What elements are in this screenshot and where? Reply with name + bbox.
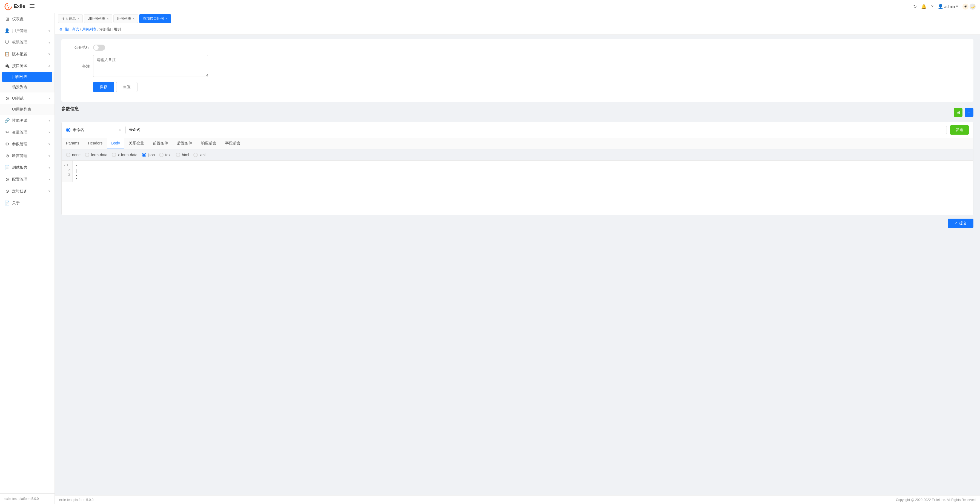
refresh-icon[interactable]: ↻ xyxy=(913,4,917,9)
sidebar-item-test-report[interactable]: 📄 测试报告 ∨ xyxy=(0,162,54,173)
public-exec-toggle[interactable] xyxy=(93,44,105,51)
topbar-right: ↻ 🔔 ? 👤 admin ∨ ☀ 🌙 xyxy=(913,3,975,10)
about-icon: 📄 xyxy=(5,200,10,206)
body-type-none[interactable]: none xyxy=(66,153,81,157)
tab-personal-info[interactable]: 个人信息 × xyxy=(58,14,83,23)
sidebar-item-dashboard[interactable]: ⊞ 仪表盘 xyxy=(0,13,54,25)
menu-toggle-button[interactable] xyxy=(29,3,36,10)
submit-button[interactable]: ✓ 提交 xyxy=(948,219,974,228)
radio-html-circle xyxy=(176,153,180,157)
sidebar-item-scheduled[interactable]: ⊙ 定时任务 ∨ xyxy=(0,185,54,197)
sidebar-label-api-test: 接口测试 xyxy=(12,63,46,68)
sidebar-item-perf-test[interactable]: 🔗 性能测试 ∨ xyxy=(0,115,54,127)
scheduled-arrow: ∨ xyxy=(48,190,50,193)
submit-label: 提交 xyxy=(959,221,967,226)
ui-case-list-label: UI用例列表 xyxy=(12,107,31,112)
save-button[interactable]: 保存 xyxy=(93,82,114,92)
theme-toggle: ☀ 🌙 xyxy=(963,3,975,10)
ui-test-submenu: UI用例列表 xyxy=(0,104,54,115)
sidebar-item-case-list[interactable]: 用例列表 xyxy=(2,72,52,82)
line-num-3: 3 xyxy=(64,173,70,177)
sidebar-label-version-config: 版本配置 xyxy=(12,52,46,57)
radio-json-label: json xyxy=(148,153,155,157)
tab-case-list-label: 用例列表 xyxy=(117,16,131,21)
username-label: admin xyxy=(944,5,955,9)
api-test-icon: 🔌 xyxy=(5,63,10,68)
line-arrow-1: ▾ xyxy=(64,163,65,167)
add-case-button[interactable]: + xyxy=(965,108,974,117)
notification-icon[interactable]: 🔔 xyxy=(921,4,927,9)
breadcrumb-api-test[interactable]: 接口测试 xyxy=(65,27,79,32)
case-name-input[interactable] xyxy=(126,126,947,134)
light-theme-button[interactable]: ☀ xyxy=(963,3,969,10)
sidebar-item-user-mgmt[interactable]: 👤 用户管理 ∨ xyxy=(0,25,54,36)
reset-button[interactable]: 重置 xyxy=(116,82,137,92)
sidebar-item-api-test[interactable]: 🔌 接口测试 ∧ xyxy=(0,60,54,72)
code-editor[interactable]: ▾ 1 2 3 xyxy=(62,160,973,215)
checkmark-icon: ✓ xyxy=(954,221,958,225)
tab-params[interactable]: Params xyxy=(62,138,84,149)
sidebar-item-perm-mgmt[interactable]: 🛡 权限管理 ∨ xyxy=(0,36,54,48)
public-exec-row: 公开执行 xyxy=(68,44,967,51)
case-radio[interactable] xyxy=(66,128,70,132)
body-type-x-form-data[interactable]: x-form-data xyxy=(112,153,137,157)
body-type-json[interactable]: json xyxy=(142,153,155,157)
case-tabs: Params Headers Body 关系变量 前置条件 后置条件 响应断言 … xyxy=(62,138,973,149)
body-type-xml[interactable]: xml xyxy=(193,153,205,157)
body-type-form-data[interactable]: form-data xyxy=(85,153,107,157)
user-area[interactable]: 👤 admin ∨ xyxy=(938,4,958,9)
param-mgmt-icon: ⚙ xyxy=(5,141,10,147)
help-icon[interactable]: ? xyxy=(931,4,934,9)
note-textarea[interactable] xyxy=(93,55,208,77)
sidebar-item-var-mgmt[interactable]: ✂ 变量管理 ∨ xyxy=(0,127,54,138)
dashboard-icon: ⊞ xyxy=(5,16,10,22)
tab-field-assert[interactable]: 字段断言 xyxy=(221,138,245,149)
code-content[interactable]: { } xyxy=(73,161,973,182)
send-button[interactable]: 发送 xyxy=(950,125,969,135)
sidebar-item-param-mgmt[interactable]: ⚙ 参数管理 ∨ xyxy=(0,138,54,150)
tab-preconditions[interactable]: 前置条件 xyxy=(148,138,173,149)
sidebar-item-version-config[interactable]: 📋 版本配置 ∨ xyxy=(0,48,54,60)
line-numbers: ▾ 1 2 3 xyxy=(62,161,73,182)
breadcrumb-sep2: / xyxy=(97,27,99,32)
tab-ui-case-list-close[interactable]: × xyxy=(107,17,108,20)
sidebar-label-perf-test: 性能测试 xyxy=(12,118,46,123)
tab-related-vars[interactable]: 关系变量 xyxy=(124,138,148,149)
sidebar-item-ui-case-list[interactable]: UI用例列表 xyxy=(0,104,54,115)
user-mgmt-arrow: ∨ xyxy=(48,29,50,32)
tab-body[interactable]: Body xyxy=(107,138,124,149)
tab-add-api-case[interactable]: 添加接口用例 × xyxy=(139,14,171,23)
public-exec-label: 公开执行 xyxy=(68,45,90,50)
dark-theme-button[interactable]: 🌙 xyxy=(970,3,975,10)
tab-case-list[interactable]: 用例列表 × xyxy=(113,14,138,23)
line-num-text-2: 2 xyxy=(68,168,70,173)
body-type-html[interactable]: html xyxy=(176,153,189,157)
radio-xml-circle xyxy=(193,153,198,157)
case-close-button[interactable]: × xyxy=(119,128,121,132)
app-name: Exile xyxy=(14,3,25,9)
public-exec-control xyxy=(93,44,967,51)
tab-personal-info-close[interactable]: × xyxy=(78,17,79,20)
svg-rect-0 xyxy=(30,4,35,5)
code-lines: ▾ 1 2 3 xyxy=(62,161,973,182)
sidebar-item-about[interactable]: 📄 关于 xyxy=(0,197,54,209)
tab-response-assert[interactable]: 响应断言 xyxy=(197,138,221,149)
tab-add-api-case-close[interactable]: × xyxy=(166,17,167,20)
assert-mgmt-arrow: ∨ xyxy=(48,154,50,157)
tab-postconditions[interactable]: 后置条件 xyxy=(173,138,197,149)
sidebar-item-scene-list[interactable]: 场景列表 xyxy=(0,82,54,92)
tab-headers[interactable]: Headers xyxy=(84,138,107,149)
sidebar-item-ui-test[interactable]: ⊙ UI测试 ∧ xyxy=(0,92,54,104)
var-mgmt-icon: ✂ xyxy=(5,130,10,135)
perf-test-icon: 🔗 xyxy=(5,118,10,123)
sidebar-item-config-mgmt[interactable]: ⊙ 配置管理 ∨ xyxy=(0,173,54,185)
line-num-1: ▾ 1 xyxy=(64,163,70,168)
case-input-area: 发送 xyxy=(121,125,969,135)
sidebar-label-perm-mgmt: 权限管理 xyxy=(12,40,46,45)
tab-case-list-close[interactable]: × xyxy=(133,17,134,20)
copy-case-button[interactable]: ⊞ xyxy=(954,108,963,117)
tab-ui-case-list[interactable]: UI用例列表 × xyxy=(84,14,112,23)
body-type-text[interactable]: text xyxy=(159,153,172,157)
breadcrumb-case-list[interactable]: 用例列表 xyxy=(82,27,96,32)
sidebar-item-assert-mgmt[interactable]: ⊘ 断言管理 ∨ xyxy=(0,150,54,162)
